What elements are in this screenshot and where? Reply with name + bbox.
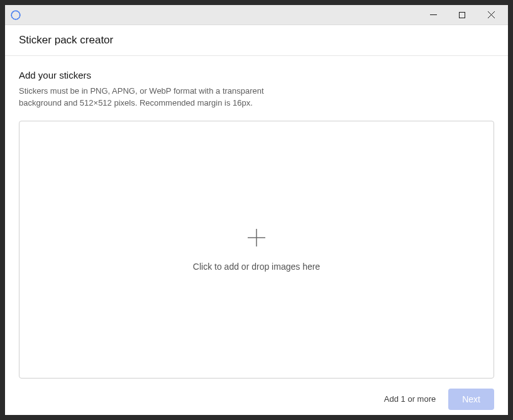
svg-point-0 [11,11,20,19]
footer: Add 1 or more Next [5,379,508,420]
main-content: Add your stickers Stickers must be in PN… [5,56,508,379]
page-header: Sticker pack creator [5,25,508,56]
app-icon [10,9,21,21]
titlebar [5,5,508,25]
section-description: Stickers must be in PNG, APNG, or WebP f… [19,86,295,109]
titlebar-left [10,9,21,21]
sticker-dropzone[interactable]: Click to add or drop images here [19,121,494,379]
app-window: Sticker pack creator Add your stickers S… [5,5,508,415]
window-controls [419,5,505,25]
footer-hint: Add 1 or more [384,394,436,404]
svg-rect-2 [460,12,465,18]
dropzone-prompt: Click to add or drop images here [193,262,320,272]
maximize-button[interactable] [448,5,477,25]
minimize-button[interactable] [419,5,448,25]
plus-icon [246,228,267,248]
next-button[interactable]: Next [448,389,494,410]
section-title: Add your stickers [19,70,494,80]
page-title: Sticker pack creator [19,34,494,47]
close-button[interactable] [477,5,505,25]
